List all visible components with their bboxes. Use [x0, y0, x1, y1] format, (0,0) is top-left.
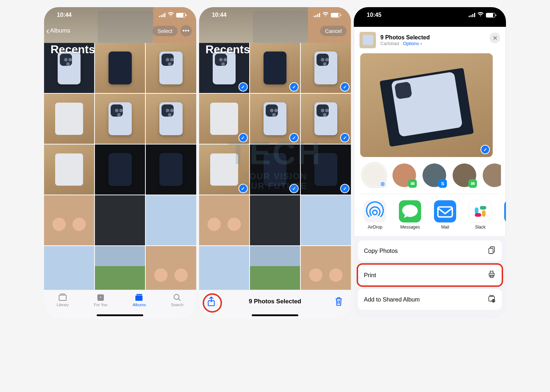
battery-icon [486, 13, 495, 18]
ellipsis-icon: ••• [183, 28, 190, 34]
app-slack[interactable]: Slack [468, 200, 493, 230]
svg-rect-2 [135, 295, 143, 301]
home-indicator[interactable] [252, 314, 298, 316]
photo-thumb[interactable]: ✓ [199, 94, 249, 144]
check-icon: ✓ [290, 134, 298, 142]
tab-for-you[interactable]: For You [94, 293, 107, 307]
apps-row[interactable]: AirDrop Messages Mail [359, 193, 501, 233]
options-link[interactable]: Options › [403, 41, 422, 46]
app-mail[interactable]: Mail [433, 200, 458, 230]
photo-thumb[interactable]: ✓ [199, 144, 249, 195]
svg-rect-9 [489, 248, 493, 254]
nav-row: ‹ Albums Select ••• [44, 23, 196, 39]
svg-point-6 [373, 210, 377, 215]
app-label: Mail [441, 225, 449, 230]
close-button[interactable]: ✕ [489, 33, 500, 43]
photo-thumb[interactable] [44, 144, 94, 195]
check-icon: ✓ [239, 83, 247, 91]
close-icon: ✕ [493, 35, 497, 41]
svg-rect-11 [490, 271, 493, 273]
photo-thumb[interactable] [95, 94, 145, 144]
svg-point-4 [174, 294, 179, 299]
check-icon: ✓ [481, 146, 489, 153]
annotation-circle [203, 293, 222, 313]
photo-thumb[interactable] [44, 246, 94, 290]
trash-icon[interactable] [334, 296, 344, 307]
photo-thumb[interactable] [146, 246, 196, 290]
contact-avatar[interactable]: S [423, 163, 446, 187]
photo-thumb[interactable] [199, 246, 249, 290]
svg-rect-3 [136, 294, 142, 295]
photo-thumb[interactable] [250, 246, 300, 290]
photo-thumb[interactable] [146, 43, 196, 93]
photo-thumb[interactable] [95, 246, 145, 290]
screen-1-albums: 10:44 ‹ Albums Select ••• Recents [44, 7, 196, 318]
contact-avatar[interactable]: ✉ [392, 163, 416, 187]
more-button[interactable]: ••• [180, 25, 192, 36]
photo-thumb[interactable] [199, 195, 249, 245]
select-button[interactable]: Select [153, 26, 178, 36]
header-thumbnail [360, 32, 376, 48]
photo-thumb[interactable]: ✓ [250, 43, 300, 93]
svg-rect-7 [438, 207, 452, 217]
photo-thumb[interactable]: ✓ [301, 43, 351, 93]
tab-search[interactable]: Search [171, 293, 184, 307]
status-time: 10:45 [367, 12, 381, 18]
wifi-icon [477, 12, 484, 18]
photo-thumb[interactable] [95, 144, 145, 195]
preview-image[interactable]: ✓ [360, 53, 493, 157]
search-icon [172, 293, 182, 302]
tab-albums[interactable]: Albums [133, 293, 146, 307]
photo-thumb[interactable] [146, 144, 196, 195]
messages-badge-icon: ✉ [468, 179, 477, 188]
tab-bar: Library For You Albums Search [44, 290, 196, 318]
album-title: Recents [50, 43, 95, 56]
action-add-shared-album[interactable]: Add to Shared Album [358, 289, 502, 310]
photo-thumb[interactable]: ✓ [250, 94, 300, 144]
status-time: 10:44 [212, 12, 227, 18]
photo-thumb[interactable] [44, 195, 94, 245]
photo-thumb[interactable] [301, 195, 351, 245]
check-icon: ✓ [290, 185, 298, 192]
cancel-button[interactable]: Cancel [320, 26, 347, 36]
app-more[interactable] [503, 200, 506, 230]
action-label: Print [364, 272, 376, 279]
home-indicator[interactable] [97, 314, 143, 316]
contacts-row[interactable]: ◎ ✉ S ✉ [359, 161, 501, 193]
tab-label: Library [57, 303, 69, 307]
photo-grid[interactable] [44, 43, 196, 290]
app-partial-icon [504, 200, 506, 222]
photo-thumb[interactable]: ✓ [301, 144, 351, 195]
photo-thumb[interactable] [146, 195, 196, 245]
photo-thumb[interactable] [44, 94, 94, 144]
back-button[interactable]: ‹ Albums [46, 26, 70, 35]
photo-thumb[interactable] [250, 195, 300, 245]
airdrop-icon [364, 200, 386, 222]
action-print[interactable]: Print [358, 265, 502, 285]
photo-thumb[interactable] [95, 195, 145, 245]
battery-icon [176, 13, 185, 18]
app-airdrop[interactable]: AirDrop [362, 200, 387, 230]
photo-thumb[interactable] [301, 246, 351, 290]
tab-label: Search [171, 303, 184, 307]
action-label: Copy Photos [364, 248, 397, 254]
printer-icon [487, 270, 496, 280]
check-icon: ✓ [239, 134, 247, 142]
tab-library[interactable]: Library [57, 293, 69, 307]
actions-list: Copy Photos Print Add to Shared Album [354, 236, 506, 318]
photo-thumb[interactable] [146, 94, 196, 144]
check-icon: ✓ [341, 83, 349, 91]
app-label: Slack [475, 225, 486, 230]
contact-airdrop-device[interactable]: ◎ [362, 163, 386, 187]
contact-avatar[interactable]: ✉ [453, 163, 476, 187]
contact-avatar[interactable] [483, 163, 501, 187]
photo-grid-selection[interactable]: ✓ ✓ ✓ ✓ ✓ ✓ ✓ ✓ ✓ [199, 43, 351, 290]
check-icon: ✓ [290, 83, 298, 91]
photo-thumb[interactable] [95, 43, 145, 93]
action-copy-photos[interactable]: Copy Photos [358, 240, 502, 261]
skype-badge-icon: S [438, 179, 447, 188]
app-messages[interactable]: Messages [397, 200, 423, 230]
chevron-right-icon: › [420, 41, 422, 46]
photo-thumb[interactable]: ✓ [250, 144, 300, 195]
photo-thumb[interactable]: ✓ [301, 94, 351, 144]
